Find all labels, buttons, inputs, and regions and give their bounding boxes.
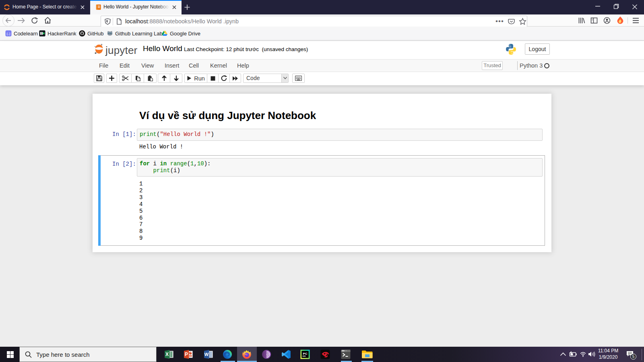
svg-text:X: X <box>165 352 169 357</box>
svg-text:PC: PC <box>303 352 307 356</box>
svg-text:W: W <box>204 352 209 357</box>
svg-text:P: P <box>185 352 188 357</box>
svg-text:{..}: {..} <box>6 32 10 35</box>
